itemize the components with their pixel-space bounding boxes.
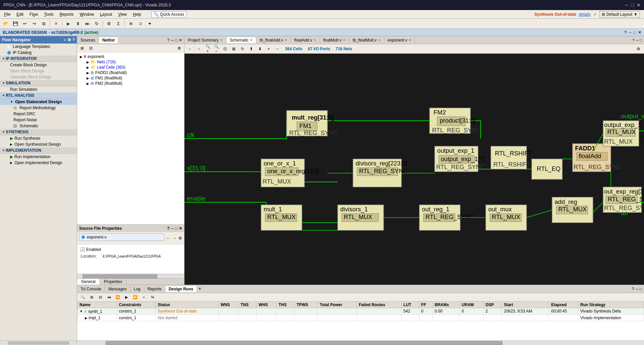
fadd1-expand-icon[interactable]: ▶ xyxy=(87,71,91,75)
tab-general[interactable]: General xyxy=(77,279,100,285)
schematic-canvas[interactable]: clk x[31:0] enable mult_reg[31:0] xyxy=(184,54,644,285)
sch-help-icon[interactable]: ? xyxy=(632,38,634,42)
sch-zoom-in-btn[interactable]: 🔍+ xyxy=(204,46,211,52)
nav-section-synthesis[interactable]: ▼ SYNTHESIS xyxy=(0,129,77,135)
menu-help[interactable]: Help xyxy=(130,11,144,17)
menu-view[interactable]: View xyxy=(115,11,129,17)
menu-flow[interactable]: Flow xyxy=(27,11,41,17)
col-name[interactable]: Name xyxy=(77,302,117,308)
bottom-max-icon[interactable]: □ xyxy=(640,287,642,291)
col-ths[interactable]: THS xyxy=(276,302,294,308)
sch-nav-dn-btn[interactable]: ⬇ xyxy=(256,46,264,52)
flow-nav-help-icon[interactable]: ? xyxy=(72,38,75,42)
col-run-strategy[interactable]: Run Strategy xyxy=(578,302,644,308)
tab-exponent-close[interactable]: ✕ xyxy=(409,38,411,42)
nav-open-elaborated[interactable]: ▼ Open Elaborated Design xyxy=(0,99,77,105)
runs-add-btn[interactable]: + xyxy=(140,294,148,300)
table-row[interactable]: ▼ ✓ synth_1 constrs_1 Synthesis Out-of-d… xyxy=(77,308,644,315)
nav-open-synthesized[interactable]: ▶ Open Synthesized Design xyxy=(0,141,77,147)
runs-first-btn[interactable]: ⏮ xyxy=(105,294,113,300)
maximize-button[interactable]: □ xyxy=(631,2,634,8)
nav-section-implementation[interactable]: ▼ IMPLEMENTATION xyxy=(0,147,77,154)
netlist-fadd1[interactable]: ▶ ⊞ FADD1 (floatAdd) xyxy=(78,70,183,75)
col-ff[interactable]: FF xyxy=(419,302,432,308)
nav-create-block-design[interactable]: Create Block Design xyxy=(0,62,77,68)
runs-prev-btn[interactable]: ⏪ xyxy=(114,294,121,300)
netlist-fm1[interactable]: ▶ ⊞ FM1 (floatMult) xyxy=(78,75,183,81)
close-button[interactable]: ✕ xyxy=(637,2,641,8)
panel-close-icon[interactable]: ✕ xyxy=(179,38,182,43)
nav-report-noise[interactable]: Report Noise xyxy=(0,117,77,123)
nav-section-simulation[interactable]: ▼ SIMULATION xyxy=(0,80,77,86)
toolbar-settings-btn[interactable]: ⚙ xyxy=(105,20,113,27)
tab-netlist[interactable]: Netlist xyxy=(99,37,118,43)
enabled-checkbox[interactable]: ✓ xyxy=(80,248,85,252)
netlist-leaf-cells[interactable]: ▶ 📁 Leaf Cells (363) xyxy=(78,65,183,70)
col-tpws[interactable]: TPWS xyxy=(294,302,318,308)
tab-floatadd[interactable]: floatAdd.v ✕ xyxy=(291,37,320,43)
source-props-help-icon[interactable]: ? xyxy=(167,226,169,231)
menu-window[interactable]: Window xyxy=(77,11,97,17)
tab-messages[interactable]: Messages xyxy=(105,286,130,292)
source-back-icon[interactable]: ← xyxy=(166,236,170,240)
nav-section-ip-integrator[interactable]: ▼ IP INTEGRATOR xyxy=(0,56,77,62)
sch-min-icon[interactable]: ─ xyxy=(636,38,639,42)
col-status[interactable]: Status xyxy=(156,302,218,308)
tab-close-icon[interactable]: ✕ xyxy=(198,287,201,291)
tab-floatmult-close[interactable]: ✕ xyxy=(343,38,345,42)
col-whs[interactable]: WHS xyxy=(256,302,276,308)
bottom-scrollbar[interactable] xyxy=(77,340,644,345)
menu-layout[interactable]: Layout xyxy=(97,11,115,17)
tab-log[interactable]: Log xyxy=(130,286,144,292)
toolbar-run-btn[interactable]: ▶ xyxy=(64,20,72,27)
elaborated-help-icon[interactable]: ? xyxy=(624,30,627,35)
netlist-root[interactable]: ▶ R exponent xyxy=(78,54,183,59)
nav-run-simulation[interactable]: Run Simulation xyxy=(0,86,77,92)
netlist-fm2[interactable]: ▶ ⊞ FM2 (floatMult) xyxy=(78,81,183,86)
nav-schematic[interactable]: ⊡ Schematic xyxy=(0,123,77,129)
col-total-power[interactable]: Total Power xyxy=(318,302,357,308)
flow-nav-settings-icon[interactable]: ⚙ xyxy=(67,38,71,42)
source-settings-icon[interactable]: ⚙ xyxy=(178,236,182,240)
tab-design-runs[interactable]: Design Runs xyxy=(165,286,197,292)
nav-ip-catalog[interactable]: 🔷 IP Catalog xyxy=(0,50,77,56)
toolbar-save-btn[interactable]: 💾 xyxy=(11,20,19,27)
details-link[interactable]: details xyxy=(579,12,591,17)
col-failed-routes[interactable]: Failed Routes xyxy=(357,302,401,308)
fm1-expand-icon[interactable]: ▶ xyxy=(87,76,91,80)
tab-floatmult[interactable]: floatMult.v ✕ xyxy=(320,37,350,43)
runs-percent-btn[interactable]: % xyxy=(149,294,156,300)
toolbar-refresh-btn[interactable]: ↻ xyxy=(93,20,101,27)
menu-tools[interactable]: Tools xyxy=(41,11,56,17)
toolbar-wave2-btn[interactable]: ⊃ xyxy=(136,20,144,27)
flow-nav-collapse-icon[interactable]: ≡ xyxy=(64,38,66,42)
source-props-max-icon[interactable]: □ xyxy=(175,226,177,231)
tab-floatadd-close[interactable]: ✕ xyxy=(314,38,316,42)
nav-run-synthesis[interactable]: ▶ Run Synthesis xyxy=(0,135,77,141)
tab-tb-floatadd-close[interactable]: ✕ xyxy=(284,38,287,42)
runs-run-btn[interactable]: ▶ xyxy=(123,294,130,300)
tab-tb-floatmult-close[interactable]: ✕ xyxy=(378,38,381,42)
source-fwd-icon[interactable]: → xyxy=(172,236,176,240)
nets-expand-icon[interactable]: ▶ xyxy=(87,60,91,64)
fm2-expand-icon[interactable]: ▶ xyxy=(87,82,91,85)
bottom-help-icon[interactable]: ? xyxy=(632,287,634,291)
elaborated-close-icon[interactable]: ✕ xyxy=(638,30,641,35)
toolbar-copy-btn[interactable]: ⧉ xyxy=(40,20,48,27)
tab-exponent[interactable]: exponent.v ✕ xyxy=(384,37,415,43)
panel-max-icon[interactable]: □ xyxy=(175,38,177,43)
panel-min-icon[interactable]: ─ xyxy=(171,38,174,43)
toolbar-wave1-btn[interactable]: ≋ xyxy=(127,20,135,27)
elaborated-min-icon[interactable]: ─ xyxy=(629,30,632,35)
col-lut[interactable]: LUT xyxy=(401,302,419,308)
nav-open-block-design[interactable]: Open Block Design xyxy=(0,68,77,74)
sch-refresh-btn[interactable]: ↻ xyxy=(239,46,246,52)
nav-generate-block-design[interactable]: Generate Block Design xyxy=(0,74,77,80)
col-constraints[interactable]: Constraints xyxy=(117,302,156,308)
toolbar-wave3-btn[interactable]: ✦ xyxy=(146,20,154,27)
nav-section-rtl[interactable]: ▼ RTL ANALYSIS xyxy=(0,92,77,99)
tab-schematic-close[interactable]: ✕ xyxy=(250,38,253,42)
col-brams[interactable]: BRAMs xyxy=(432,302,460,308)
minimize-button[interactable]: ─ xyxy=(625,2,629,8)
sch-plus-btn[interactable]: + xyxy=(265,46,272,52)
